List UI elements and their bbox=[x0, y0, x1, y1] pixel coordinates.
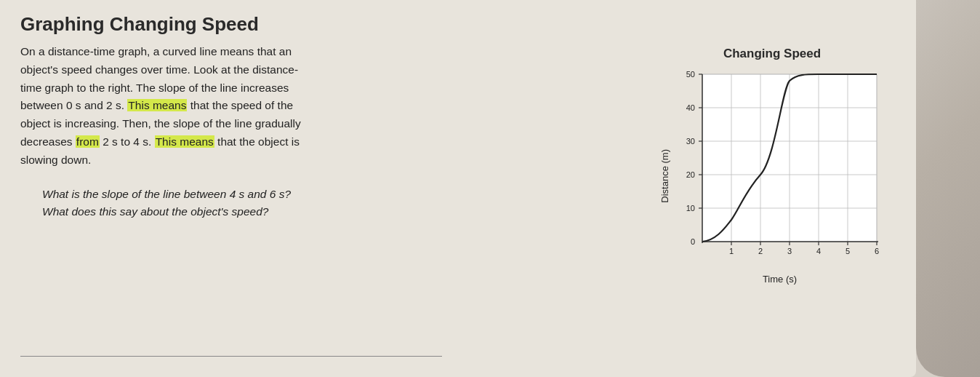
page-title: Graphing Changing Speed bbox=[20, 13, 896, 36]
chart-container: Distance (m) bbox=[659, 67, 885, 285]
chart-section: Changing Speed Distance (m) bbox=[648, 43, 896, 364]
main-paragraph: On a distance-time graph, a curved line … bbox=[20, 43, 619, 170]
chart-inner: 50 40 30 20 10 bbox=[675, 67, 885, 285]
svg-text:0: 0 bbox=[690, 237, 694, 246]
highlight-from: from bbox=[76, 135, 100, 148]
x-axis-label: Time (s) bbox=[763, 274, 797, 285]
content-area: Graphing Changing Speed On a distance-ti… bbox=[0, 0, 916, 377]
y-axis-label: Distance (m) bbox=[659, 149, 670, 203]
svg-text:3: 3 bbox=[787, 247, 791, 255]
highlight-this-means-2: This means bbox=[155, 135, 214, 148]
svg-text:5: 5 bbox=[845, 247, 849, 255]
svg-text:20: 20 bbox=[686, 170, 694, 179]
svg-text:40: 40 bbox=[686, 103, 694, 112]
chart-svg-wrapper: 50 40 30 20 10 bbox=[675, 67, 885, 271]
question-line1: What is the slope of the line between 4 … bbox=[42, 188, 291, 200]
highlight-this-means-1: This means bbox=[127, 99, 187, 111]
main-area: On a distance-time graph, a curved line … bbox=[20, 43, 896, 364]
text-section: On a distance-time graph, a curved line … bbox=[20, 43, 619, 364]
svg-text:6: 6 bbox=[874, 247, 878, 255]
svg-text:30: 30 bbox=[686, 137, 694, 146]
svg-text:2: 2 bbox=[758, 247, 762, 255]
svg-text:1: 1 bbox=[728, 247, 733, 255]
svg-text:10: 10 bbox=[686, 204, 694, 213]
question-block: What is the slope of the line between 4 … bbox=[20, 186, 619, 222]
svg-text:50: 50 bbox=[686, 70, 694, 79]
page-curl bbox=[916, 0, 980, 377]
chart-svg: 50 40 30 20 10 bbox=[675, 67, 885, 271]
svg-text:4: 4 bbox=[816, 247, 820, 255]
chart-title: Changing Speed bbox=[723, 47, 821, 61]
question-line2: What does this say about the object's sp… bbox=[42, 205, 268, 218]
bottom-divider bbox=[20, 356, 442, 357]
